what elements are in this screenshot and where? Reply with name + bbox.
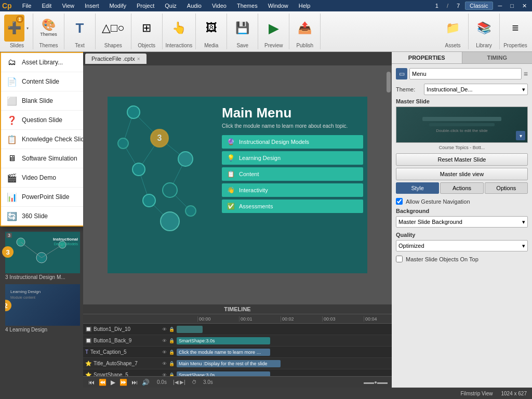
- slide-name-input[interactable]: [409, 68, 522, 79]
- dropdown-powerpoint-slide[interactable]: 📊 PowerPoint Slide: [1, 188, 83, 207]
- interactions-button[interactable]: 👆: [167, 15, 190, 42]
- close-btn[interactable]: ✕: [519, 2, 530, 10]
- reset-master-slide-btn[interactable]: Reset Master Slide: [396, 153, 528, 166]
- dropdown-blank-slide[interactable]: ⬜ Blank Slide: [1, 91, 83, 111]
- tl-skip-end[interactable]: ⏭: [130, 379, 139, 386]
- minimize-btn[interactable]: ─: [495, 2, 506, 10]
- menu-project[interactable]: Project: [134, 2, 157, 10]
- track-bar-2[interactable]: Click the module name to learn more abou…: [177, 349, 270, 356]
- toolbar-group-preview: ▶ Preview: [258, 14, 289, 49]
- menu-themes[interactable]: Themes: [234, 2, 261, 10]
- sa-tab-actions[interactable]: Actions: [440, 182, 483, 194]
- menu-window[interactable]: Window: [265, 2, 291, 10]
- theme-dropdown[interactable]: Instructional_De... ▾: [424, 84, 528, 95]
- track-bar-3[interactable]: Main Menu :Display for the rest of the s…: [177, 360, 281, 367]
- tl-skip-start[interactable]: ⏮: [87, 379, 96, 386]
- dropdown-asset-library[interactable]: 🗂 Asset Library...: [1, 53, 83, 72]
- file-tab[interactable]: PracticeFile .cptx ×: [85, 54, 147, 64]
- toolbar-group-shapes: △□○ Shapes: [96, 14, 131, 49]
- sa-tab-options[interactable]: Options: [485, 182, 528, 194]
- text-buttons: T: [69, 15, 91, 42]
- menu-file[interactable]: File: [19, 2, 35, 10]
- track-lock-2[interactable]: 🔒: [169, 350, 175, 355]
- publish-button[interactable]: 📤: [294, 15, 316, 42]
- dropdown-software-simulation[interactable]: 🖥 Software Simulation: [1, 149, 83, 168]
- preset-button[interactable]: Classic: [465, 2, 493, 10]
- dropdown-content-slide[interactable]: 📄 Content Slide: [1, 72, 83, 91]
- save-button[interactable]: 💾: [231, 15, 254, 42]
- quality-dropdown[interactable]: Optimized ▾: [396, 240, 528, 251]
- track-lock-4[interactable]: 🔒: [169, 373, 175, 377]
- master-thumb-line-1: [422, 117, 501, 121]
- media-button[interactable]: 🖼: [200, 15, 223, 42]
- track-lock-1[interactable]: 🔒: [169, 338, 175, 343]
- new-slide-button[interactable]: ➕ 1: [4, 15, 24, 42]
- library-button[interactable]: 📚: [473, 15, 496, 42]
- dropdown-knowledge-check[interactable]: 📋 Knowledge Check Slide: [1, 130, 83, 149]
- menu-item-2[interactable]: 💡 Learning Design: [222, 151, 363, 165]
- menu-item-5[interactable]: ✅ Assessments: [222, 200, 363, 213]
- toolbar-group-library: 📚 Library: [469, 14, 500, 49]
- menu-edit[interactable]: Edit: [38, 2, 55, 10]
- track-bar-0[interactable]: [177, 326, 203, 333]
- master-slide-view-btn[interactable]: Master slide view: [396, 168, 528, 180]
- menu-insert[interactable]: Insert: [82, 2, 102, 10]
- tab-timing[interactable]: TIMING: [462, 52, 533, 63]
- shapes-button[interactable]: △□○: [99, 15, 128, 42]
- canvas-vscroll-thumb[interactable]: [387, 72, 391, 92]
- tl-next[interactable]: ⏩: [118, 379, 128, 386]
- tl-prev[interactable]: ⏪: [98, 379, 108, 386]
- menu-quiz[interactable]: Quiz: [162, 2, 180, 10]
- tl-audio[interactable]: 🔊: [141, 379, 151, 386]
- text-button[interactable]: T: [69, 15, 91, 42]
- properties-button[interactable]: ≡: [504, 15, 527, 42]
- track-bar-text-1: SmartShape:3.0s: [179, 338, 215, 343]
- track-eye-1[interactable]: 👁: [162, 338, 167, 343]
- allow-gesture-checkbox[interactable]: [396, 198, 403, 205]
- slide-name-menu-btn[interactable]: ≡: [524, 70, 528, 78]
- slide-thumb-4[interactable]: 4 2 Learning Design Module content 4 Lea…: [4, 283, 79, 334]
- track-lock-0[interactable]: 🔒: [169, 327, 175, 332]
- tab-properties[interactable]: PROPERTIES: [392, 52, 462, 63]
- menu-audio[interactable]: Audio: [184, 2, 205, 10]
- svg-point-17: [178, 152, 193, 166]
- master-objects-checkbox[interactable]: [396, 256, 403, 262]
- track-eye-3[interactable]: 👁: [162, 361, 167, 366]
- track-eye-2[interactable]: 👁: [162, 350, 167, 355]
- menu-modify[interactable]: Modify: [107, 2, 129, 10]
- menu-view[interactable]: View: [59, 2, 77, 10]
- menu-help[interactable]: Help: [296, 2, 314, 10]
- menu-item-4[interactable]: 👋 Interactivity: [222, 183, 363, 197]
- background-dropdown[interactable]: Master Slide Background ▾: [396, 216, 528, 228]
- menu-item-1[interactable]: 🔮 Instructional Design Models: [222, 135, 363, 149]
- track-eye-0[interactable]: 👁: [162, 327, 167, 332]
- dropdown-360-slide[interactable]: 🔄 360 Slide: [1, 207, 83, 225]
- slide-thumb-3[interactable]: 3 Instructional Design Models 3 3 Instru…: [4, 231, 79, 281]
- master-thumb-expand[interactable]: ▾: [516, 131, 525, 140]
- question-slide-label: Question Slide: [22, 116, 62, 124]
- dropdown-video-demo[interactable]: 🎬 Video Demo: [1, 168, 83, 188]
- track-lock-3[interactable]: 🔒: [169, 361, 175, 366]
- menu-item-3[interactable]: 📋 Content: [222, 167, 363, 181]
- track-bar-4[interactable]: SmartShape:3.0s: [177, 371, 270, 377]
- canvas-vscrollbar[interactable]: [385, 65, 392, 304]
- sa-tab-style[interactable]: Style: [396, 182, 439, 194]
- canvas-scroll-area[interactable]: 3 Main Menu Click the module name to lea…: [83, 65, 392, 304]
- background-section-label: Background: [396, 208, 528, 214]
- preview-button[interactable]: ▶: [262, 15, 285, 42]
- menu-video[interactable]: Video: [209, 2, 230, 10]
- tab-close-btn[interactable]: ×: [137, 56, 140, 62]
- dropdown-question-slide[interactable]: ❓ Question Slide: [1, 111, 83, 130]
- assets-button[interactable]: 📁: [442, 15, 464, 42]
- restore-btn[interactable]: □: [507, 2, 517, 10]
- track-eye-4[interactable]: 👁: [162, 373, 167, 377]
- new-slide-arrow[interactable]: ▾: [25, 25, 30, 32]
- tl-play[interactable]: ▶: [110, 379, 116, 386]
- slide-title: Main Menu: [222, 105, 363, 121]
- ruler-mark-4: 00:04: [364, 316, 392, 322]
- timeline-track-1: 🔲 Button1_Back_9 👁 🔒 SmartShape:3.0s: [83, 335, 392, 347]
- themes-button[interactable]: 🎨 Themes: [37, 15, 60, 42]
- track-bar-1[interactable]: SmartShape:3.0s: [177, 337, 270, 344]
- tl-zoom-slider[interactable]: ▬▬●▬▬: [364, 379, 388, 385]
- objects-button[interactable]: ⊞: [135, 15, 158, 42]
